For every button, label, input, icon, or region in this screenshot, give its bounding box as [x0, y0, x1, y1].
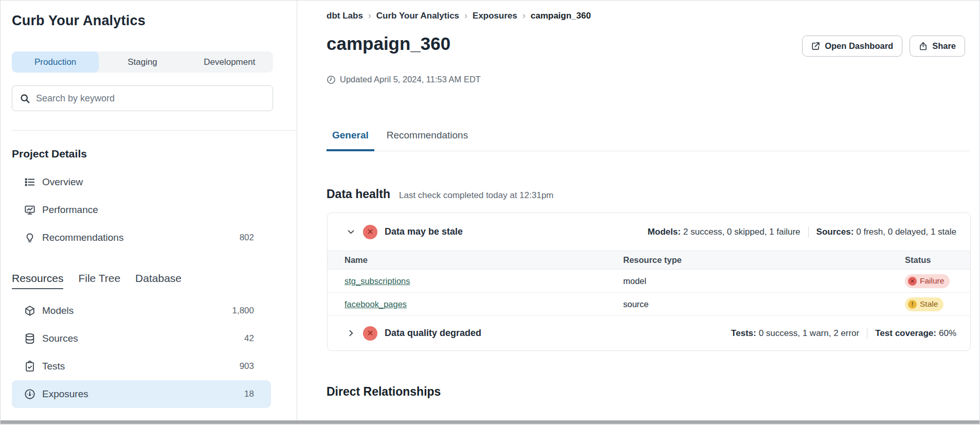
tab-file-tree[interactable]: File Tree: [78, 272, 120, 289]
sidebar-item-count: 42: [244, 333, 254, 344]
column-header-resource-type: Resource type: [623, 255, 905, 265]
project-title: Curb Your Analytics: [12, 13, 297, 29]
sidebar-item-label: Recommendations: [42, 232, 123, 243]
data-health-card: ✕ Data may be stale Models: 2 success, 0…: [327, 213, 971, 351]
data-health-header: Data health Last check completed today a…: [326, 187, 970, 201]
tab-recommendations[interactable]: Recommendations: [381, 130, 474, 151]
summary-label: Tests:: [731, 328, 756, 339]
main-content: dbt Labs › Curb Your Analytics › Exposur…: [298, 1, 979, 424]
summary-divider: [808, 226, 809, 238]
breadcrumb: dbt Labs › Curb Your Analytics › Exposur…: [326, 10, 970, 21]
sidebar-item-label: Performance: [42, 204, 98, 216]
column-header-status: Status: [905, 255, 970, 265]
project-details-heading: Project Details: [12, 148, 297, 160]
clipboard-check-icon: [24, 360, 36, 373]
app-window: Curb Your Analytics Production Staging D…: [0, 0, 980, 425]
list-icon: [24, 176, 36, 188]
chevron-right-icon[interactable]: [347, 329, 355, 338]
share-icon: [919, 42, 928, 50]
breadcrumb-project[interactable]: Curb Your Analytics: [376, 11, 459, 21]
summary-value: 0 fresh, 0 delayed, 1 stale: [856, 227, 956, 237]
cube-icon: [24, 305, 36, 317]
env-tab-production[interactable]: Production: [12, 51, 99, 73]
summary-value: 60%: [939, 328, 956, 339]
window-bottom-edge: [1, 420, 979, 424]
sidebar-item-count: 802: [240, 233, 254, 243]
resource-link-stg-subscriptions[interactable]: stg_subscriptions: [344, 276, 410, 286]
stale-section-toggle[interactable]: ✕ Data may be stale Models: 2 success, 0…: [328, 213, 970, 251]
share-button[interactable]: Share: [910, 36, 965, 57]
project-details-nav: Overview Performance Recommendations 802: [12, 168, 297, 252]
tab-database[interactable]: Database: [135, 272, 182, 289]
resource-link-facebook-pages[interactable]: facebook_pages: [344, 299, 407, 309]
breadcrumb-exposures[interactable]: Exposures: [473, 11, 517, 21]
header-actions: Open Dashboard Share: [802, 36, 965, 57]
resource-view-tabs: Resources File Tree Database: [12, 272, 297, 289]
tab-general[interactable]: General: [326, 130, 374, 151]
search-input[interactable]: [36, 93, 265, 104]
sidebar-item-performance[interactable]: Performance: [12, 196, 271, 224]
table-row: facebook_pages source ! Stale: [328, 292, 970, 315]
data-health-subtitle: Last check completed today at 12:31pm: [399, 190, 554, 201]
table-row: stg_subscriptions model ✕ Failure: [328, 269, 970, 292]
direct-relationships-heading: Direct Relationships: [326, 385, 970, 399]
data-health-title: Data health: [326, 187, 390, 201]
chevron-down-icon[interactable]: [347, 227, 355, 236]
sidebar-item-exposures[interactable]: Exposures 18: [12, 380, 271, 408]
column-header-name: Name: [344, 255, 623, 265]
error-status-icon: ✕: [363, 225, 377, 239]
quality-section-toggle[interactable]: ✕ Data quality degraded Tests: 0 success…: [328, 315, 970, 350]
resource-type-cell: source: [623, 299, 905, 309]
summary-divider: [867, 328, 867, 339]
status-badge-failure: ✕ Failure: [905, 274, 950, 288]
share-label: Share: [932, 41, 956, 51]
env-tab-development[interactable]: Development: [186, 51, 273, 73]
sidebar-item-label: Overview: [42, 176, 83, 188]
breadcrumb-dbt-labs[interactable]: dbt Labs: [326, 11, 363, 21]
detail-tabs: General Recommendations: [326, 130, 970, 151]
sidebar-item-tests[interactable]: Tests 903: [12, 352, 271, 380]
stale-resources-table: Name Resource type Status stg_subscripti…: [328, 251, 970, 315]
sidebar-item-overview[interactable]: Overview: [12, 168, 271, 196]
sidebar-item-count: 1,800: [232, 306, 254, 316]
lightbulb-icon: [24, 232, 36, 244]
quality-section-summary: Tests: 0 success, 1 warn, 2 error Test c…: [731, 328, 956, 339]
page-header: campaign_360 Open Dashboard Share: [326, 33, 970, 62]
status-badge-label: Failure: [920, 276, 944, 286]
table-header-row: Name Resource type Status: [328, 251, 970, 269]
summary-label: Models:: [648, 227, 681, 237]
sidebar-item-count: 18: [244, 389, 254, 399]
open-dashboard-label: Open Dashboard: [825, 41, 893, 51]
sidebar-item-label: Exposures: [42, 388, 88, 400]
sidebar: Curb Your Analytics Production Staging D…: [1, 1, 297, 424]
env-tab-staging[interactable]: Staging: [99, 51, 186, 73]
sidebar-item-count: 903: [240, 361, 254, 371]
failure-x-icon: ✕: [908, 277, 917, 286]
chevron-right-icon: ›: [464, 10, 467, 21]
environment-switcher: Production Staging Development: [12, 51, 273, 73]
updated-text: Updated April 5, 2024, 11:53 AM EDT: [340, 75, 481, 84]
resources-nav: Models 1,800 Sources 42 Tests 903: [12, 297, 297, 408]
tab-resources[interactable]: Resources: [12, 272, 63, 289]
updated-timestamp: Updated April 5, 2024, 11:53 AM EDT: [326, 75, 970, 84]
search-icon: [20, 93, 30, 104]
summary-value: 0 success, 1 warn, 2 error: [759, 328, 860, 339]
sidebar-item-models[interactable]: Models 1,800: [12, 297, 271, 325]
sidebar-item-recommendations[interactable]: Recommendations 802: [12, 224, 271, 252]
summary-value: 2 success, 0 skipped, 1 failure: [683, 227, 801, 237]
external-link-icon: [811, 42, 820, 50]
open-dashboard-button[interactable]: Open Dashboard: [802, 36, 902, 57]
quality-section-title: Data quality degraded: [385, 328, 481, 339]
stale-section-summary: Models: 2 success, 0 skipped, 1 failure …: [648, 226, 956, 238]
chevron-right-icon: ›: [522, 10, 525, 21]
breadcrumb-current: campaign_360: [531, 11, 591, 21]
performance-monitor-icon: [24, 204, 36, 216]
clock-icon: [326, 75, 336, 84]
error-status-icon: ✕: [363, 326, 377, 341]
sidebar-divider: [12, 130, 297, 131]
search-box[interactable]: [12, 85, 273, 111]
database-icon: [24, 332, 36, 345]
sidebar-item-label: Tests: [42, 361, 65, 372]
summary-label: Sources:: [816, 227, 854, 237]
sidebar-item-sources[interactable]: Sources 42: [12, 325, 271, 352]
